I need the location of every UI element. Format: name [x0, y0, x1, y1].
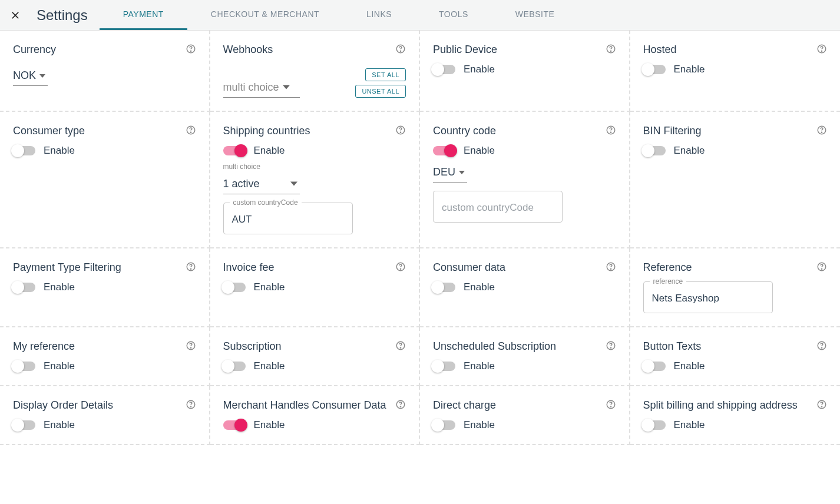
help-icon[interactable] [395, 125, 406, 138]
merchant-handles-consumer-data-toggle[interactable] [223, 420, 246, 430]
help-icon[interactable] [186, 261, 196, 274]
reference-value: Nets Easyshop [652, 293, 719, 304]
svg-point-19 [400, 268, 401, 269]
consumer-type-toggle[interactable] [13, 146, 35, 155]
country-code-toggle[interactable] [433, 146, 455, 155]
help-icon[interactable] [816, 261, 827, 274]
svg-point-39 [821, 406, 822, 407]
toggle-label: Enable [44, 145, 75, 157]
svg-point-35 [400, 406, 401, 407]
card-title: BIN Filtering [643, 125, 702, 137]
consumer-data-toggle[interactable] [433, 283, 455, 292]
custom-country-code-placeholder: custom countryCode [442, 202, 534, 213]
custom-country-code-value: AUT [232, 214, 252, 225]
country-code-select[interactable]: DEU [433, 163, 467, 183]
card-split-billing: Split billing and shipping address Enabl… [630, 386, 841, 445]
help-icon[interactable] [816, 399, 827, 412]
card-webhooks: Webhooks multi choice SET ALL UNSET ALL [210, 31, 421, 112]
webhooks-buttons: SET ALL UNSET ALL [355, 68, 406, 98]
tab-payment[interactable]: PAYMENT [100, 0, 187, 30]
help-icon[interactable] [606, 340, 616, 353]
custom-country-code-input[interactable]: custom countryCode [433, 191, 563, 223]
card-title: Country code [433, 125, 496, 137]
svg-point-1 [190, 51, 191, 51]
toggle-label: Enable [464, 64, 495, 75]
help-icon[interactable] [606, 261, 616, 274]
help-icon[interactable] [606, 125, 616, 138]
display-order-details-toggle[interactable] [13, 420, 35, 430]
my-reference-toggle[interactable] [13, 362, 35, 371]
webhooks-select-value: multi choice [223, 81, 279, 94]
unset-all-button[interactable]: UNSET ALL [355, 85, 406, 98]
help-icon[interactable] [395, 340, 406, 353]
invoice-fee-toggle[interactable] [223, 283, 246, 292]
card-consumer-data: Consumer data Enable [420, 248, 630, 327]
toggle-label: Enable [674, 64, 705, 75]
field-label: custom countryCode [230, 198, 302, 207]
split-billing-toggle[interactable] [643, 420, 666, 430]
tab-website[interactable]: WEBSITE [492, 0, 578, 30]
card-direct-charge: Direct charge Enable [420, 386, 630, 445]
reference-field[interactable]: reference Nets Easyshop [643, 281, 773, 313]
toggle-label: Enable [674, 360, 705, 372]
help-icon[interactable] [816, 125, 827, 138]
card-title: Display Order Details [13, 399, 113, 412]
help-icon[interactable] [395, 261, 406, 274]
card-payment-type-filtering: Payment Type Filtering Enable [0, 248, 210, 327]
toggle-label: Enable [674, 419, 705, 431]
custom-country-code-field[interactable]: custom countryCode AUT [223, 203, 353, 234]
toggle-label: Enable [254, 281, 285, 293]
currency-select[interactable]: NOK [13, 66, 48, 86]
unscheduled-subscription-toggle[interactable] [433, 362, 455, 371]
help-icon[interactable] [816, 44, 827, 57]
toggle-label: Enable [674, 145, 705, 157]
help-icon[interactable] [186, 44, 196, 57]
card-title: Public Device [433, 44, 497, 56]
set-all-button[interactable]: SET ALL [365, 68, 406, 81]
card-my-reference: My reference Enable [0, 327, 210, 386]
public-device-toggle[interactable] [433, 65, 455, 74]
close-button[interactable] [0, 0, 31, 31]
help-icon[interactable] [186, 399, 196, 412]
currency-value: NOK [13, 69, 36, 82]
card-title: Shipping countries [223, 125, 310, 137]
direct-charge-toggle[interactable] [433, 420, 455, 430]
shipping-countries-toggle[interactable] [223, 146, 246, 155]
page-title: Settings [31, 7, 100, 24]
card-display-order-details: Display Order Details Enable [0, 386, 210, 445]
card-title: Hosted [643, 44, 677, 56]
field-label: reference [650, 277, 687, 286]
subscription-toggle[interactable] [223, 362, 246, 371]
payment-type-filtering-toggle[interactable] [13, 283, 35, 292]
chevron-down-icon [290, 179, 297, 190]
svg-point-3 [400, 51, 401, 51]
shipping-countries-select[interactable]: 1 active [223, 174, 300, 194]
tab-tools[interactable]: TOOLS [415, 0, 492, 30]
svg-point-23 [821, 268, 822, 269]
card-country-code: Country code Enable DEU custom countryCo… [420, 112, 630, 248]
card-title: Currency [13, 44, 56, 56]
card-public-device: Public Device Enable [420, 31, 630, 112]
help-icon[interactable] [606, 399, 616, 412]
chevron-down-icon [283, 82, 290, 93]
card-title: Invoice fee [223, 261, 275, 274]
card-title: Direct charge [433, 399, 496, 412]
help-icon[interactable] [395, 399, 406, 412]
help-icon[interactable] [186, 125, 196, 138]
help-icon[interactable] [395, 44, 406, 57]
webhooks-select[interactable]: multi choice [223, 78, 300, 98]
help-icon[interactable] [606, 44, 616, 57]
card-title: Merchant Handles Consumer Data [223, 399, 386, 412]
card-hosted: Hosted Enable [630, 31, 841, 112]
toggle-label: Enable [464, 360, 495, 372]
hosted-toggle[interactable] [643, 65, 666, 74]
card-currency: Currency NOK [0, 31, 210, 112]
help-icon[interactable] [816, 340, 827, 353]
button-texts-toggle[interactable] [643, 362, 666, 371]
svg-point-13 [610, 132, 611, 132]
tab-checkout-merchant[interactable]: CHECKOUT & MERCHANT [187, 0, 343, 30]
country-code-value: DEU [433, 166, 455, 178]
tab-links[interactable]: LINKS [343, 0, 415, 30]
bin-filtering-toggle[interactable] [643, 146, 666, 155]
help-icon[interactable] [186, 340, 196, 353]
